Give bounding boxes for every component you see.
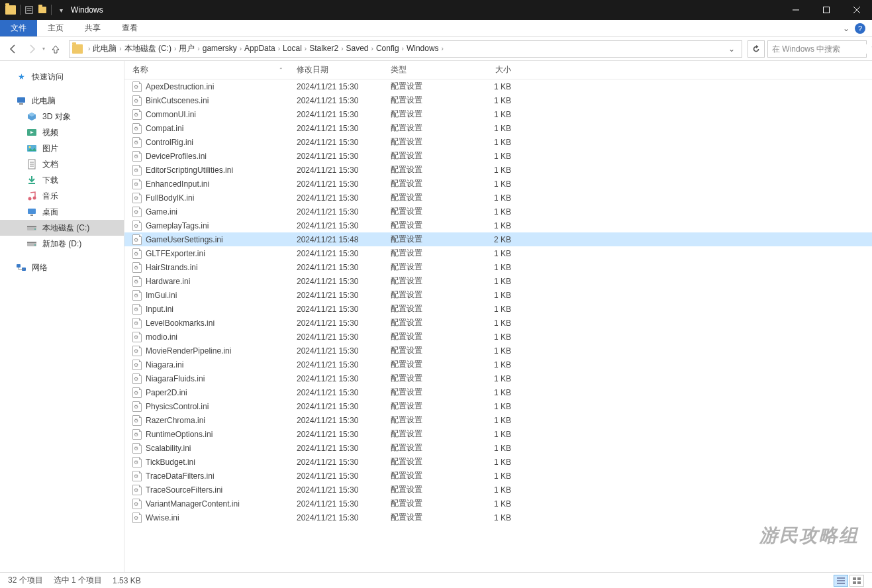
sidebar-network[interactable]: 网络 [0, 260, 124, 275]
file-date: 2024/11/21 15:30 [297, 263, 391, 272]
file-row[interactable]: ⚙modio.ini2024/11/21 15:30配置设置1 KB [124, 330, 872, 344]
file-row[interactable]: ⚙EnhancedInput.ini2024/11/21 15:30配置设置1 … [124, 177, 872, 191]
file-row[interactable]: ⚙ImGui.ini2024/11/21 15:30配置设置1 KB [124, 288, 872, 302]
sidebar-item[interactable]: 下载 [0, 172, 124, 188]
file-row[interactable]: ⚙TickBudget.ini2024/11/21 15:30配置设置1 KB [124, 455, 872, 469]
breadcrumb-separator-icon[interactable]: › [117, 45, 124, 52]
file-date: 2024/11/21 15:30 [297, 82, 391, 91]
breadcrumb-separator-icon[interactable]: › [171, 45, 179, 52]
breadcrumb-separator-icon[interactable]: › [237, 45, 244, 52]
address-bar[interactable]: › 此电脑›本地磁盘 (C:)›用户›gamersky›AppData›Loca… [69, 40, 742, 58]
column-type[interactable]: 类型 [391, 64, 470, 75]
file-row[interactable]: ⚙NiagaraFluids.ini2024/11/21 15:30配置设置1 … [124, 371, 872, 385]
file-row[interactable]: ⚙FullBodyIK.ini2024/11/21 15:30配置设置1 KB [124, 191, 872, 205]
ribbon-file-tab[interactable]: 文件 [0, 20, 37, 36]
breadcrumb-segment[interactable]: 此电脑 [93, 44, 117, 53]
file-row[interactable]: ⚙GameUserSettings.ini2024/11/21 15:48配置设… [124, 232, 872, 246]
file-row[interactable]: ⚙ControlRig.ini2024/11/21 15:30配置设置1 KB [124, 135, 872, 149]
file-row[interactable]: ⚙Hardware.ini2024/11/21 15:30配置设置1 KB [124, 274, 872, 288]
ribbon-tab-view[interactable]: 查看 [111, 20, 148, 36]
sidebar-item[interactable]: 桌面 [0, 204, 124, 220]
file-name-cell: ⚙BinkCutscenes.ini [132, 95, 297, 106]
view-icons-button[interactable] [849, 575, 864, 587]
file-row[interactable]: ⚙CommonUI.ini2024/11/21 15:30配置设置1 KB [124, 107, 872, 121]
close-button[interactable] [842, 0, 872, 20]
sidebar-item[interactable]: 图片 [0, 140, 124, 156]
column-name[interactable]: 名称⌃ [132, 64, 297, 75]
sidebar-quick-access[interactable]: ★ 快速访问 [0, 69, 124, 85]
file-row[interactable]: ⚙BinkCutscenes.ini2024/11/21 15:30配置设置1 … [124, 93, 872, 107]
forward-button[interactable] [24, 41, 40, 57]
view-details-button[interactable] [834, 575, 848, 587]
file-row[interactable]: ⚙LevelBookmarks.ini2024/11/21 15:30配置设置1… [124, 316, 872, 330]
qat-new-folder-icon[interactable] [38, 5, 47, 15]
sidebar-item[interactable]: 音乐 [0, 188, 124, 204]
file-row[interactable]: ⚙Paper2D.ini2024/11/21 15:30配置设置1 KB [124, 385, 872, 399]
sidebar-item[interactable]: 新加卷 (D:) [0, 236, 124, 252]
history-dropdown-icon[interactable]: ▾ [42, 46, 45, 52]
file-row[interactable]: ⚙DeviceProfiles.ini2024/11/21 15:30配置设置1… [124, 149, 872, 163]
breadcrumb-separator-icon[interactable]: › [275, 45, 283, 52]
search-input[interactable] [772, 44, 871, 54]
qat-dropdown-icon[interactable]: ▾ [56, 7, 67, 14]
sidebar-item[interactable]: 视频 [0, 124, 124, 140]
up-button[interactable] [48, 41, 64, 57]
file-row[interactable]: ⚙GLTFExporter.ini2024/11/21 15:30配置设置1 K… [124, 246, 872, 260]
ribbon-tab-share[interactable]: 共享 [74, 20, 111, 36]
breadcrumb-segment[interactable]: 用户 [179, 44, 195, 53]
breadcrumb-segment[interactable]: 本地磁盘 (C:) [124, 44, 171, 53]
file-row[interactable]: ⚙RazerChroma.ini2024/11/21 15:30配置设置1 KB [124, 413, 872, 427]
refresh-button[interactable] [748, 40, 765, 58]
breadcrumb-segment[interactable]: Local [283, 44, 302, 53]
qat-properties-icon[interactable] [24, 5, 34, 15]
file-row[interactable]: ⚙Scalability.ini2024/11/21 15:30配置设置1 KB [124, 441, 872, 455]
file-row[interactable]: ⚙Wwise.ini2024/11/21 15:30配置设置1 KB [124, 511, 872, 524]
sidebar-item[interactable]: 本地磁盘 (C:) [0, 220, 124, 236]
sidebar-item[interactable]: 3D 对象 [0, 109, 124, 124]
maximize-button[interactable] [811, 0, 842, 20]
file-date: 2024/11/21 15:30 [297, 110, 391, 119]
file-row[interactable]: ⚙RuntimeOptions.ini2024/11/21 15:30配置设置1… [124, 427, 872, 441]
file-row[interactable]: ⚙MovieRenderPipeline.ini2024/11/21 15:30… [124, 344, 872, 358]
breadcrumb-segment[interactable]: Saved [346, 44, 369, 53]
file-row[interactable]: ⚙ApexDestruction.ini2024/11/21 15:30配置设置… [124, 79, 872, 93]
file-date: 2024/11/21 15:30 [297, 346, 391, 356]
file-row[interactable]: ⚙VariantManagerContent.ini2024/11/21 15:… [124, 497, 872, 511]
file-row[interactable]: ⚙TraceDataFilters.ini2024/11/21 15:30配置设… [124, 469, 872, 483]
back-button[interactable] [5, 41, 21, 57]
breadcrumb-separator-icon[interactable]: › [85, 45, 93, 52]
breadcrumb-separator-icon[interactable]: › [439, 45, 446, 52]
column-size[interactable]: 大小 [470, 64, 516, 75]
breadcrumb-segment[interactable]: Config [376, 44, 399, 53]
file-row[interactable]: ⚙GameplayTags.ini2024/11/21 15:30配置设置1 K… [124, 219, 872, 232]
file-row[interactable]: ⚙Niagara.ini2024/11/21 15:30配置设置1 KB [124, 358, 872, 371]
file-type: 配置设置 [391, 401, 470, 412]
column-date[interactable]: 修改日期 [297, 64, 391, 75]
breadcrumb-separator-icon[interactable]: › [369, 45, 376, 52]
file-row[interactable]: ⚙Compat.ini2024/11/21 15:30配置设置1 KB [124, 121, 872, 135]
breadcrumb-separator-icon[interactable]: › [302, 45, 309, 52]
sidebar-item[interactable]: 文档 [0, 156, 124, 172]
breadcrumb-segment[interactable]: Windows [407, 44, 439, 53]
breadcrumb-segment[interactable]: AppData [244, 44, 275, 53]
ribbon-collapse-icon[interactable]: ⌄ [843, 24, 849, 33]
file-row[interactable]: ⚙Game.ini2024/11/21 15:30配置设置1 KB [124, 205, 872, 219]
sidebar-this-pc[interactable]: 此电脑 [0, 93, 124, 109]
search-box[interactable] [767, 40, 867, 58]
minimize-button[interactable] [781, 0, 811, 20]
file-row[interactable]: ⚙EditorScriptingUtilities.ini2024/11/21 … [124, 163, 872, 177]
ribbon-tab-home[interactable]: 主页 [37, 20, 74, 36]
address-dropdown-icon[interactable]: ⌄ [724, 44, 739, 54]
breadcrumb-separator-icon[interactable]: › [338, 45, 346, 52]
breadcrumb-segment[interactable]: Stalker2 [309, 44, 338, 53]
file-row[interactable]: ⚙HairStrands.ini2024/11/21 15:30配置设置1 KB [124, 260, 872, 274]
file-name-cell: ⚙GLTFExporter.ini [132, 248, 297, 259]
help-icon[interactable]: ? [855, 23, 865, 34]
file-row[interactable]: ⚙Input.ini2024/11/21 15:30配置设置1 KB [124, 302, 872, 316]
breadcrumb-separator-icon[interactable]: › [399, 45, 407, 52]
breadcrumb-segment[interactable]: gamersky [203, 44, 237, 53]
file-row[interactable]: ⚙PhysicsControl.ini2024/11/21 15:30配置设置1… [124, 399, 872, 413]
file-list[interactable]: 名称⌃ 修改日期 类型 大小 ⚙ApexDestruction.ini2024/… [124, 61, 872, 572]
file-row[interactable]: ⚙TraceSourceFilters.ini2024/11/21 15:30配… [124, 483, 872, 497]
breadcrumb-separator-icon[interactable]: › [195, 45, 202, 52]
